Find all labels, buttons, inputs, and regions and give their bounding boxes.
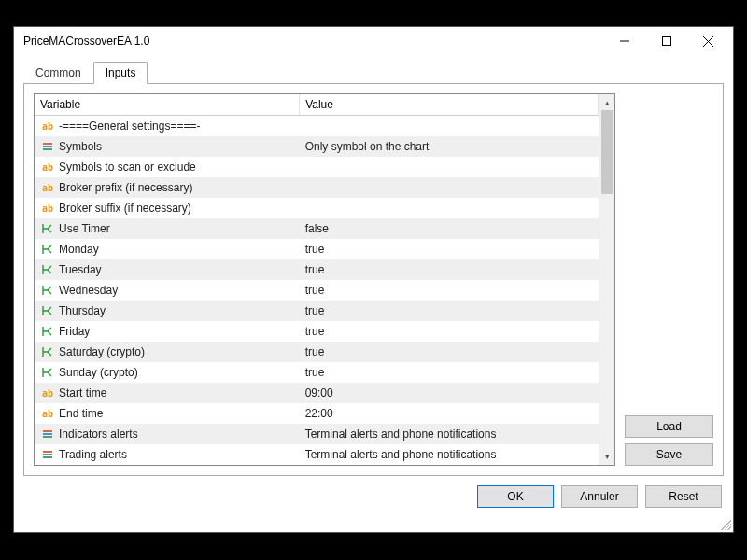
table-row[interactable]: SymbolsOnly symbol on the chart [35, 136, 599, 157]
svg-rect-5 [43, 146, 52, 147]
variable-label: Wednesday [59, 284, 118, 297]
variable-cell: Use Timer [35, 218, 300, 239]
value-cell[interactable] [300, 157, 599, 177]
variable-label: Friday [59, 325, 90, 338]
col-variable[interactable]: Variable [35, 94, 300, 116]
variable-label: Trading alerts [59, 448, 127, 461]
table-row[interactable]: Use Timerfalse [35, 218, 599, 239]
tab-common[interactable]: Common [23, 62, 93, 83]
table-row[interactable]: abBroker suffix (if necessary) [35, 198, 599, 218]
save-button[interactable]: Save [625, 443, 713, 466]
value-cell[interactable] [300, 198, 599, 218]
bool-type-icon [40, 264, 55, 275]
value-cell[interactable]: Terminal alerts and phone notifications [300, 424, 599, 444]
table-row[interactable]: abBroker prefix (if necessary) [35, 177, 599, 198]
svg-rect-6 [43, 148, 52, 150]
bool-type-icon [40, 346, 55, 357]
bool-type-icon [40, 367, 55, 378]
value-cell[interactable]: true [300, 280, 599, 301]
value-cell[interactable] [300, 116, 599, 136]
table-row[interactable]: Trading alertsTerminal alerts and phone … [35, 444, 599, 465]
inputs-panel: Variable Value ab-====General settings==… [23, 83, 724, 476]
table-row[interactable]: ab-====General settings====- [35, 116, 599, 136]
resize-grip[interactable] [718, 517, 731, 530]
minimize-button[interactable] [603, 28, 645, 54]
table-row[interactable]: abSymbols to scan or exclude [35, 157, 599, 177]
svg-rect-4 [43, 143, 52, 145]
variable-cell: Thursday [35, 301, 300, 321]
value-cell[interactable]: true [300, 301, 599, 321]
variable-label: Symbols [59, 140, 102, 153]
maximize-icon [662, 36, 671, 46]
scroll-up-arrow-icon[interactable]: ▴ [599, 94, 614, 110]
scroll-thumb[interactable] [601, 110, 613, 194]
col-value[interactable]: Value [300, 94, 599, 116]
scroll-down-arrow-icon[interactable]: ▾ [599, 449, 614, 465]
svg-rect-9 [43, 436, 52, 438]
bool-type-icon [40, 305, 55, 316]
table-row[interactable]: Tuesdaytrue [35, 259, 599, 280]
variable-cell: Saturday (crypto) [35, 342, 300, 362]
variable-label: Start time [59, 386, 106, 399]
inputs-table-scroll[interactable]: Variable Value ab-====General settings==… [35, 94, 599, 465]
bottom-buttons: OK Annuler Reset [23, 476, 724, 508]
table-row[interactable]: Fridaytrue [35, 321, 599, 342]
string-type-icon: ab [40, 121, 55, 132]
client-area: Common Inputs Variable Value ab-====Gene… [14, 55, 733, 517]
value-cell[interactable]: true [300, 321, 599, 342]
value-cell[interactable]: Only symbol on the chart [300, 136, 599, 157]
value-cell[interactable] [300, 177, 599, 198]
bool-type-icon [40, 244, 55, 255]
variable-label: Broker suffix (if necessary) [59, 202, 191, 215]
svg-rect-8 [43, 433, 52, 435]
variable-cell: Trading alerts [35, 444, 300, 465]
inputs-table-wrap: Variable Value ab-====General settings==… [34, 93, 615, 466]
variable-label: Tuesday [59, 263, 102, 276]
value-cell[interactable]: 22:00 [300, 403, 599, 424]
variable-cell: abSymbols to scan or exclude [35, 157, 300, 177]
value-cell[interactable]: true [300, 259, 599, 280]
variable-label: Thursday [59, 304, 106, 317]
variable-cell: abEnd time [35, 403, 300, 424]
variable-label: Sunday (crypto) [59, 366, 138, 379]
cancel-button[interactable]: Annuler [561, 485, 638, 508]
variable-label: Saturday (crypto) [59, 345, 145, 358]
table-row[interactable]: Mondaytrue [35, 239, 599, 259]
side-buttons: Load Save [625, 93, 713, 466]
variable-label: Broker prefix (if necessary) [59, 181, 192, 194]
table-row[interactable]: Thursdaytrue [35, 301, 599, 321]
variable-label: Use Timer [59, 222, 110, 235]
maximize-button[interactable] [645, 28, 687, 54]
table-row[interactable]: Sunday (crypto)true [35, 362, 599, 383]
table-row[interactable]: abStart time09:00 [35, 383, 599, 403]
enum-type-icon [40, 141, 55, 152]
ok-button[interactable]: OK [477, 485, 554, 508]
variable-cell: ab-====General settings====- [35, 116, 300, 136]
enum-type-icon [40, 428, 55, 440]
reset-button[interactable]: Reset [645, 485, 722, 508]
inputs-table: Variable Value ab-====General settings==… [35, 94, 599, 465]
value-cell[interactable]: 09:00 [300, 383, 599, 403]
table-row[interactable]: Saturday (crypto)true [35, 342, 599, 362]
variable-label: Indicators alerts [59, 427, 138, 441]
bool-type-icon [40, 285, 55, 296]
value-cell[interactable]: true [300, 362, 599, 383]
value-cell[interactable]: false [300, 218, 599, 239]
table-row[interactable]: abEnd time22:00 [35, 403, 599, 424]
tab-inputs[interactable]: Inputs [93, 62, 148, 84]
value-cell[interactable]: true [300, 342, 599, 362]
vertical-scrollbar[interactable]: ▴ ▾ [599, 94, 614, 465]
dialog-window: PriceMACrossoverEA 1.0 Common Inputs [13, 26, 734, 533]
variable-cell: Indicators alerts [35, 424, 300, 444]
string-type-icon: ab [40, 409, 55, 419]
close-button[interactable] [687, 28, 729, 54]
value-cell[interactable]: true [300, 239, 599, 259]
load-button[interactable]: Load [625, 415, 713, 438]
table-row[interactable]: Wednesdaytrue [35, 280, 599, 301]
variable-cell: Wednesday [35, 280, 300, 301]
svg-rect-7 [43, 430, 52, 432]
value-cell[interactable]: Terminal alerts and phone notifications [300, 444, 599, 465]
bool-type-icon [40, 326, 55, 337]
table-row[interactable]: Indicators alertsTerminal alerts and pho… [35, 424, 599, 444]
window-title: PriceMACrossoverEA 1.0 [23, 35, 603, 48]
